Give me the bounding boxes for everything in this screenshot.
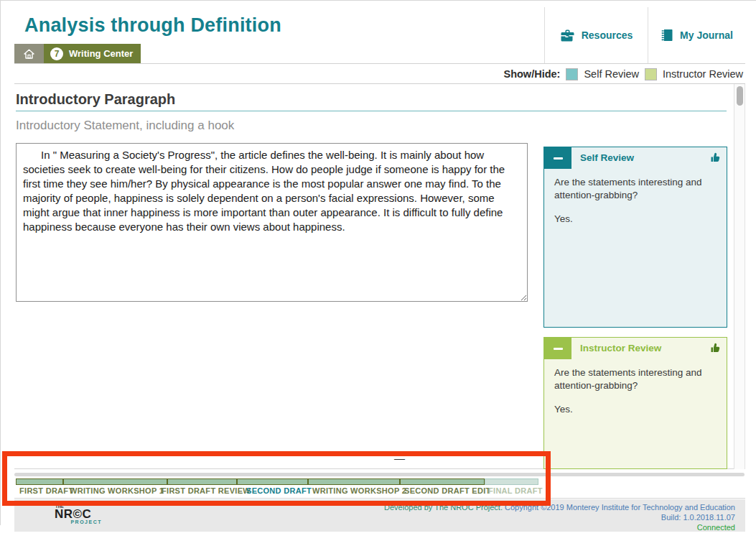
stage-first-draft[interactable]: FIRST DRAFT	[19, 486, 73, 495]
top-border-line	[0, 0, 756, 1]
instructor-review-toggle-label: Instructor Review	[663, 68, 743, 80]
stage-second-draft[interactable]: SECOND DRAFT	[246, 486, 312, 495]
connection-status: Connected	[384, 522, 735, 532]
my-journal-label: My Journal	[680, 29, 733, 41]
copyright-text: Copyright ©2019 Monterey Institute for T…	[505, 503, 735, 512]
self-review-collapse-button[interactable]	[544, 147, 571, 169]
toolbox-icon	[560, 29, 575, 42]
progress-track	[14, 473, 745, 476]
instructor-review-panel: Instructor Review Are the statements int…	[543, 337, 727, 469]
title-divider	[16, 111, 727, 111]
my-journal-button[interactable]: My Journal	[648, 7, 745, 63]
stage-writing-workshop-1[interactable]: WRITING WORKSHOP 1	[70, 486, 164, 495]
progress-segment[interactable]	[485, 478, 538, 485]
show-hide-bar: Show/Hide: Self Review Instructor Review	[14, 65, 745, 84]
instructor-review-body: Are the statements interesting and atten…	[544, 359, 727, 423]
self-review-title: Self Review	[580, 147, 634, 169]
right-border-line	[0, 0, 1, 525]
thumbs-up-icon[interactable]	[709, 342, 721, 353]
main-content: Introductory Paragraph Introductory Stat…	[14, 84, 745, 469]
self-review-panel: Self Review Are the statements interesti…	[543, 147, 727, 328]
thumbs-up-icon[interactable]	[709, 152, 721, 163]
self-review-toggle-swatch[interactable]	[566, 68, 578, 80]
self-review-body: Are the statements interesting and atten…	[544, 169, 727, 233]
instructor-review-answer: Yes.	[554, 403, 717, 416]
scrollbar-thumb[interactable]	[737, 86, 743, 106]
writing-center-label: Writing Center	[69, 48, 133, 59]
minus-icon	[554, 157, 563, 159]
instructor-review-collapse-button[interactable]	[544, 338, 571, 359]
stage-first-draft-review[interactable]: FIRST DRAFT REVIEW	[162, 486, 251, 495]
app-window: Analysis through Definition Resources My…	[0, 0, 756, 541]
nroc-project-logo[interactable]: THE NR©C PROJECT	[55, 504, 102, 524]
progress-segment[interactable]	[16, 478, 63, 485]
stage-final-draft: FINAL DRAFT	[488, 486, 543, 495]
resources-button[interactable]: Resources	[544, 7, 648, 63]
footer-text: Developed by The NROC Project. Copyright…	[384, 502, 735, 532]
home-icon	[23, 48, 35, 60]
self-review-question: Are the statements interesting and atten…	[554, 176, 717, 202]
progress-segment[interactable]	[400, 478, 485, 485]
page-title: Introductory Paragraph	[16, 91, 175, 108]
instructor-review-toggle-swatch[interactable]	[645, 68, 657, 80]
header: Analysis through Definition Resources My…	[14, 7, 745, 64]
stage-second-draft-edit[interactable]: SECOND DRAFT EDIT	[404, 486, 491, 495]
instructor-review-header: Instructor Review	[544, 338, 727, 359]
progress-segments	[16, 478, 538, 485]
footer: THE NR©C PROJECT Developed by The NROC P…	[14, 499, 745, 532]
instructor-review-title: Instructor Review	[580, 338, 661, 359]
tab-writing-center[interactable]: 7 Writing Center	[44, 44, 141, 63]
minus-icon	[554, 348, 563, 350]
progress-segment[interactable]	[167, 478, 237, 485]
progress-segment[interactable]	[63, 478, 167, 485]
home-tab[interactable]	[14, 44, 44, 63]
progress-bar: FIRST DRAFT WRITING WORKSHOP 1 FIRST DRA…	[14, 473, 745, 499]
progress-segment[interactable]	[237, 478, 308, 485]
panel-collapse-handle[interactable]: —	[394, 452, 405, 464]
show-hide-label: Show/Hide:	[503, 68, 560, 80]
developed-by-link[interactable]: Developed by The NROC Project.	[384, 503, 505, 512]
instructor-review-question: Are the statements interesting and atten…	[554, 366, 717, 392]
journal-icon	[661, 29, 673, 42]
self-review-toggle-label: Self Review	[584, 68, 639, 80]
build-number: Build: 1.0.2018.11.07	[384, 512, 735, 522]
app-title: Analysis through Definition	[24, 14, 281, 37]
section-label: Introductory Statement, including a hook	[16, 119, 234, 133]
progress-segment[interactable]	[308, 478, 400, 485]
lesson-number-badge: 7	[50, 47, 63, 60]
essay-textarea[interactable]	[16, 143, 528, 302]
logo-nroc: NR©C	[55, 509, 102, 519]
self-review-header: Self Review	[544, 147, 727, 169]
self-review-answer: Yes.	[554, 213, 717, 226]
stage-writing-workshop-2[interactable]: WRITING WORKSHOP 2	[312, 486, 406, 495]
vertical-scrollbar[interactable]	[734, 84, 745, 469]
resources-label: Resources	[582, 29, 633, 41]
